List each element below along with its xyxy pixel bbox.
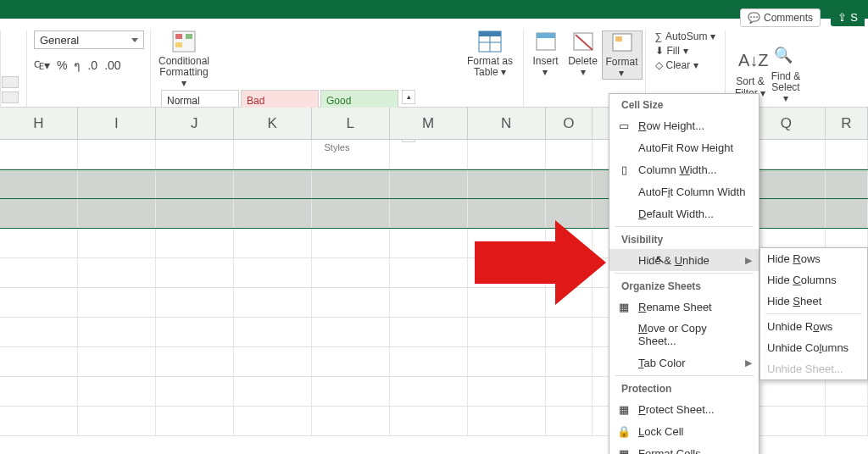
share-icon: ⇪ [837,11,847,24]
lock-icon: 🔒 [616,424,632,438]
menu-hide-unhide[interactable]: Hide & Unhide↖▶ [609,249,759,271]
chevron-right-icon: ▶ [745,255,752,266]
menu-autofit-col[interactable]: AutoFit Column Width [609,180,759,202]
decrease-decimal-button[interactable]: .00 [104,58,120,72]
styles-up-button[interactable]: ▴ [402,90,415,104]
menu-col-width[interactable]: ▯Column Width... [609,158,759,180]
svg-rect-13 [615,36,622,42]
menu-header-protection: Protection [609,378,759,398]
col-header[interactable]: R [826,108,868,139]
submenu-unhide-sheet: Unhide Sheet... [760,358,867,379]
number-format-value: General [40,34,79,47]
insert-label: Insert▾ [532,56,558,78]
submenu-unhide-rows[interactable]: Unhide Rows [760,316,867,337]
format-menu: Cell Size ▭Row Row Height...Height... Au… [609,93,760,454]
col-header[interactable]: L [312,108,390,139]
share-label: S [850,11,858,24]
menu-lock-cell[interactable]: 🔒Lock Cell [609,420,759,442]
fill-button[interactable]: ⬇Fill ▾ [655,45,716,57]
format-as-table-icon [478,30,502,53]
increase-decimal-button[interactable]: .0 [87,58,97,72]
menu-header-cellsize: Cell Size [609,94,759,114]
accounting-button[interactable]: ₠▾ [34,58,50,72]
protect-icon: ▦ [616,402,632,416]
svg-rect-9 [537,33,555,38]
fill-icon: ⬇ [655,45,664,57]
insert-icon [534,30,558,53]
col-header[interactable]: I [78,108,156,139]
clear-button[interactable]: ◇Clear ▾ [655,59,716,71]
menu-header-visibility: Visibility [609,229,759,249]
percent-button[interactable]: % [57,58,67,72]
menu-header-organize: Organize Sheets [609,275,759,296]
svg-marker-14 [475,220,606,305]
sheet-icon: ▦ [616,300,632,313]
annotation-arrow [475,212,606,313]
cells-icon: ▦ [616,446,632,454]
title-bar [0,0,868,19]
comment-icon: 💬 [748,12,760,24]
sigma-icon: ∑ [655,30,663,42]
svg-rect-2 [186,34,192,39]
format-icon [610,31,634,53]
col-header[interactable]: J [156,108,234,139]
insert-button[interactable]: Insert▾ [527,30,565,80]
menu-autofit-row[interactable]: AutoFit Row Height [609,136,759,158]
format-button[interactable]: Format▾ [602,30,643,80]
comments-button[interactable]: 💬 Comments [740,8,821,27]
submenu-unhide-columns[interactable]: Unhide Columns [760,337,867,358]
col-header[interactable]: K [234,108,312,139]
col-header[interactable]: N [468,108,546,139]
delete-label: Delete▾ [568,56,598,78]
svg-rect-1 [175,34,182,39]
conditional-formatting-label: Conditional Formatting ▾ [158,56,210,90]
submenu-hide-rows[interactable]: Hide Rows [760,248,867,269]
alignment-icon[interactable] [2,91,19,103]
menu-default-width[interactable]: Default Width... [609,202,759,224]
col-header[interactable]: M [390,108,468,139]
submenu-hide-sheet[interactable]: Hide Sheet [760,291,867,312]
eraser-icon: ◇ [655,59,663,71]
autosum-button[interactable]: ∑AutoSum ▾ [655,30,716,42]
format-as-table-label: Format as Table ▾ [464,56,516,78]
delete-icon [571,30,595,53]
menu-row-height[interactable]: ▭Row Row Height...Height... [609,114,759,136]
find-select-button[interactable]: 🔍 Find & Select ▾ [768,46,804,105]
svg-rect-3 [175,42,182,47]
col-header[interactable]: O [546,108,593,139]
format-as-table-button[interactable]: Format as Table ▾ [464,30,516,78]
find-select-label: Find & Select ▾ [768,71,804,105]
hide-unhide-submenu: Hide Rows Hide Columns Hide Sheet Unhide… [760,247,868,380]
chevron-down-icon [131,38,138,42]
conditional-formatting-icon [172,30,196,53]
col-header[interactable]: H [0,108,78,139]
sort-filter-button[interactable]: A↓Z Sort & Filter ▾ [732,51,768,98]
conditional-formatting-button[interactable]: Conditional Formatting ▾ [158,30,210,90]
menu-protect-sheet[interactable]: ▦Protect Sheet... [609,398,759,420]
submenu-hide-columns[interactable]: Hide Columns [760,269,867,291]
cursor-icon: ↖ [655,252,665,266]
share-button[interactable]: ⇪ S [831,8,865,26]
menu-move-copy[interactable]: Move or Copy Sheet... [609,318,759,352]
row-height-icon: ▭ [616,119,632,132]
sort-filter-icon: A↓Z [738,51,762,73]
menu-format-cells[interactable]: ▦Format Cells... [609,442,759,454]
number-format-select[interactable]: General [34,30,144,49]
col-width-icon: ▯ [616,163,632,176]
comma-style-button[interactable]: ๆ [74,56,81,75]
comments-label: Comments [764,12,813,24]
alignment-icon[interactable] [2,76,19,88]
menu-tab-color[interactable]: Tab Color▶ [609,352,759,374]
delete-button[interactable]: Delete▾ [565,30,602,80]
search-icon: 🔍 [774,46,798,68]
format-label: Format▾ [605,57,637,79]
menu-rename-sheet[interactable]: ▦Rename Sheet [609,296,759,318]
chevron-right-icon: ▶ [745,357,752,368]
